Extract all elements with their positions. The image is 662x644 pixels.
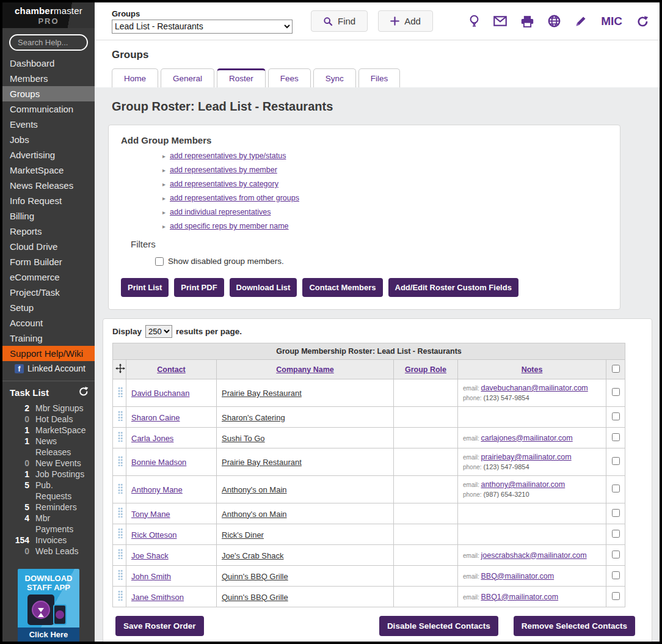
sidebar-item-groups[interactable]: Groups <box>2 86 95 101</box>
add-representatives-from-other-groups-link[interactable]: add representatives from other groups <box>170 194 299 202</box>
email-link[interactable]: prairiebay@mailinator.com <box>481 453 571 461</box>
save-roster-order-button[interactable]: Save Roster Order <box>115 616 204 636</box>
row-checkbox[interactable] <box>612 509 620 517</box>
sort-company-name-link[interactable]: Company Name <box>276 365 333 374</box>
tab-roster[interactable]: Roster <box>217 68 266 87</box>
group-select[interactable]: Lead List - Restaurants <box>112 20 293 34</box>
sidebar-item-project-task[interactable]: Project/Task <box>2 285 95 300</box>
company-link[interactable]: Rick's Diner <box>222 530 264 540</box>
task-item-new-events[interactable]: 0New Events <box>10 458 89 469</box>
row-checkbox[interactable] <box>612 530 620 538</box>
email-link[interactable]: joescrabshack@mailinator.com <box>481 551 586 560</box>
move-icon[interactable] <box>113 360 126 379</box>
drag-handle-icon[interactable] <box>118 411 123 421</box>
company-link[interactable]: Sushi To Go <box>222 434 265 443</box>
row-checkbox[interactable] <box>612 412 620 420</box>
row-checkbox[interactable] <box>612 485 620 492</box>
email-link[interactable]: davebuchanan@mailinator.com <box>481 384 587 392</box>
company-link[interactable]: Prairie Bay Restaurant <box>222 458 302 467</box>
sidebar-item-jobs[interactable]: Jobs <box>2 132 95 147</box>
add-individual-representatives-link[interactable]: add individual representatives <box>170 208 271 216</box>
email-link[interactable]: BBQ1@mailinator.com <box>481 593 558 601</box>
contact-link[interactable]: Tony Mane <box>131 510 170 519</box>
tab-files[interactable]: Files <box>358 68 401 87</box>
drag-handle-icon[interactable] <box>118 431 123 442</box>
tab-home[interactable]: Home <box>112 68 158 87</box>
task-item-mbr-signups[interactable]: 2Mbr Signups <box>10 403 89 414</box>
contact-link[interactable]: Joe Shack <box>131 551 169 560</box>
email-link[interactable]: BBQ@mailinator.com <box>481 572 554 580</box>
sidebar-item-form-builder[interactable]: Form Builder <box>2 254 95 269</box>
contact-link[interactable]: Jane Smithson <box>131 593 184 602</box>
row-checkbox[interactable] <box>612 457 620 465</box>
results-per-page-select[interactable]: 250 <box>145 325 172 338</box>
task-item-news-releases[interactable]: 1News Releases <box>10 436 89 458</box>
email-link[interactable]: carlajones@mailinator.com <box>481 434 572 442</box>
add-representatives-by-category-link[interactable]: add representatives by category <box>170 180 278 188</box>
add-button[interactable]: Add <box>378 10 433 32</box>
task-item-web-leads[interactable]: 0Web Leads <box>10 546 89 557</box>
sidebar-item-training[interactable]: Training <box>2 331 95 346</box>
task-item-pub-requests[interactable]: 5Pub. Requests <box>10 480 89 502</box>
sidebar-item-members[interactable]: Members <box>2 71 95 86</box>
company-link[interactable]: Anthony's on Main <box>222 510 287 519</box>
contact-link[interactable]: Sharon Caine <box>131 413 180 422</box>
lightbulb-icon[interactable] <box>469 15 479 28</box>
sidebar-item-marketspace[interactable]: MarketSpace <box>2 163 95 178</box>
sidebar-item-billing[interactable]: Billing <box>2 208 95 224</box>
staff-app-click-here[interactable]: Click Here <box>18 628 79 642</box>
add-representatives-by-member-link[interactable]: add representatives by member <box>170 166 277 174</box>
tab-sync[interactable]: Sync <box>313 68 356 87</box>
drag-handle-icon[interactable] <box>118 387 123 397</box>
tab-fees[interactable]: Fees <box>268 68 311 87</box>
select-all-checkbox[interactable] <box>612 365 620 373</box>
sidebar-item-ecommerce[interactable]: eCommerce <box>2 269 95 285</box>
printer-icon[interactable] <box>521 15 534 27</box>
email-link[interactable]: anthony@mailinator.com <box>481 480 565 489</box>
company-link[interactable]: Quinn's BBQ Grille <box>222 593 288 602</box>
search-help-input[interactable] <box>9 34 88 51</box>
sidebar-item-news-releases[interactable]: News Releases <box>2 178 95 193</box>
company-link[interactable]: Anthony's on Main <box>222 485 287 494</box>
company-link[interactable]: Joe's Crab Shack <box>222 551 283 560</box>
drag-handle-icon[interactable] <box>118 507 123 518</box>
contact-link[interactable]: David Buchanan <box>131 389 189 398</box>
sidebar-item-account[interactable]: Account <box>2 315 95 331</box>
staff-app-banner[interactable]: DOWNLOAD STAFF APP Click Here <box>18 569 79 642</box>
row-checkbox[interactable] <box>612 592 620 600</box>
tab-general[interactable]: General <box>161 68 214 87</box>
task-item-invoices[interactable]: 154Invoices <box>10 535 89 546</box>
globe-icon[interactable] <box>548 15 561 27</box>
task-item-reminders[interactable]: 5Reminders <box>10 502 89 513</box>
remove-selected-contacts-button[interactable]: Remove Selected Contacts <box>514 616 635 636</box>
sidebar-item-advertising[interactable]: Advertising <box>2 147 95 163</box>
contact-link[interactable]: Rick Otteson <box>131 530 176 540</box>
task-item-job-postings[interactable]: 1Job Postings <box>10 469 89 480</box>
sidebar-item-support-help-wiki[interactable]: Support Help/Wiki <box>2 346 95 361</box>
sidebar-item-linked-account[interactable]: f Linked Account <box>2 361 95 376</box>
show-disabled-checkbox[interactable] <box>155 257 164 266</box>
contact-link[interactable]: John Smith <box>131 572 171 581</box>
contact-members-button[interactable]: Contact Members <box>302 278 382 297</box>
find-button[interactable]: Find <box>311 10 368 32</box>
envelope-icon[interactable] <box>493 16 507 26</box>
row-checkbox[interactable] <box>612 571 620 579</box>
drag-handle-icon[interactable] <box>118 456 123 466</box>
add-specific-reps-by-member-name-link[interactable]: add specific reps by member name <box>170 222 289 230</box>
drag-handle-icon[interactable] <box>118 590 123 601</box>
sidebar-item-reports[interactable]: Reports <box>2 224 95 239</box>
row-checkbox[interactable] <box>612 388 620 396</box>
refresh-icon[interactable] <box>636 15 649 27</box>
sidebar-item-events[interactable]: Events <box>2 117 95 132</box>
disable-selected-contacts-button[interactable]: Disable Selected Contacts <box>379 616 498 636</box>
add-edit-roster-custom-fields-button[interactable]: Add/Edit Roster Custom Fields <box>388 278 518 297</box>
drag-handle-icon[interactable] <box>118 549 123 559</box>
sidebar-item-setup[interactable]: Setup <box>2 300 95 315</box>
sidebar-item-cloud-drive[interactable]: Cloud Drive <box>2 239 95 254</box>
sidebar-item-dashboard[interactable]: Dashboard <box>2 56 95 71</box>
row-checkbox[interactable] <box>612 433 620 441</box>
sort-contact-link[interactable]: Contact <box>157 365 186 374</box>
mic-link[interactable]: MIC <box>601 15 622 28</box>
company-link[interactable]: Sharon's Catering <box>222 413 285 422</box>
drag-handle-icon[interactable] <box>118 569 123 580</box>
